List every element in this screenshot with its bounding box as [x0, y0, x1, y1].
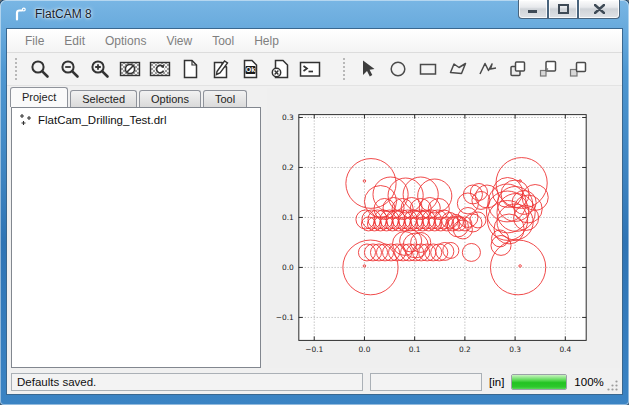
- y-tick-label: 0.0: [282, 263, 294, 272]
- menu-view[interactable]: View: [156, 31, 202, 51]
- rectangle-tool-button[interactable]: [413, 55, 443, 83]
- minimize-icon: [528, 5, 538, 14]
- svg-text:Ok: Ok: [246, 66, 255, 73]
- tab-project[interactable]: Project: [10, 87, 68, 107]
- tree-item-drill-file[interactable]: FlatCam_Drilling_Test.drl: [14, 113, 258, 126]
- flatcam-window: FlatCAM 8 File Edit Options View Tool He…: [0, 0, 629, 405]
- maximize-icon: [558, 4, 569, 14]
- copy-geometry-icon: [537, 58, 559, 80]
- y-tick-label: 0.3: [282, 113, 294, 122]
- file-new-icon: [179, 58, 201, 80]
- clear-plot-button[interactable]: [115, 55, 145, 83]
- units-indicator: [in]: [489, 376, 504, 388]
- pointer-select-button[interactable]: [353, 55, 383, 83]
- zoom-fit-button[interactable]: [25, 55, 55, 83]
- zoom-out-icon: [59, 58, 81, 80]
- file-edit-icon: [209, 58, 231, 80]
- progress-bar: [511, 374, 567, 390]
- zoom-in-icon: [89, 58, 111, 80]
- progress-fill: [512, 375, 566, 389]
- zoom-in-button[interactable]: [85, 55, 115, 83]
- zoom-fit-icon: [29, 58, 51, 80]
- plot-canvas[interactable]: −0.10.00.10.20.30.4−0.10.00.10.20.3: [267, 88, 620, 368]
- left-panel: Project Selected Options Tool FlatCam_Dr…: [7, 86, 265, 370]
- status-aux-field: [370, 373, 482, 391]
- progress-percent-label: 100%: [574, 376, 603, 388]
- y-tick-label: 0.1: [282, 213, 294, 222]
- maximize-button[interactable]: [548, 0, 578, 19]
- polygon-tool-button[interactable]: [443, 55, 473, 83]
- polyline-tool-icon: [477, 58, 499, 80]
- shell-icon: [299, 58, 321, 80]
- flatcam-logo-icon: [12, 6, 29, 23]
- copy-objects-icon: [507, 58, 529, 80]
- x-tick-label: 0.0: [359, 345, 371, 354]
- tab-tool[interactable]: Tool: [203, 90, 247, 107]
- file-new-button[interactable]: [175, 55, 205, 83]
- y-tick-label: 0.2: [282, 163, 294, 172]
- main-area: Project Selected Options Tool FlatCam_Dr…: [7, 86, 622, 370]
- toolbar-drag-handle[interactable]: [343, 58, 347, 80]
- zoom-out-button[interactable]: [55, 55, 85, 83]
- tab-selected[interactable]: Selected: [70, 90, 137, 107]
- tree-item-label: FlatCam_Drilling_Test.drl: [38, 114, 166, 126]
- menu-bar: File Edit Options View Tool Help: [7, 29, 622, 53]
- status-message: Defaults saved.: [11, 373, 363, 391]
- move-objects-icon: [567, 58, 589, 80]
- x-tick-label: 0.1: [409, 345, 421, 354]
- pointer-select-icon: [357, 58, 379, 80]
- file-ok-icon: Ok: [239, 58, 261, 80]
- close-icon: [594, 4, 605, 14]
- plot-panel: −0.10.00.10.20.30.4−0.10.00.10.20.3: [267, 88, 620, 368]
- toolbar-drag-handle[interactable]: [15, 58, 19, 80]
- menu-options[interactable]: Options: [95, 31, 156, 51]
- menu-edit[interactable]: Edit: [54, 31, 95, 51]
- titlebar[interactable]: FlatCAM 8: [6, 0, 623, 28]
- status-bar: Defaults saved. [in] 100%: [7, 370, 622, 394]
- replot-button[interactable]: [145, 55, 175, 83]
- tab-bar: Project Selected Options Tool: [7, 86, 265, 107]
- circle-tool-icon: [387, 58, 409, 80]
- polygon-tool-icon: [447, 58, 469, 80]
- toolbar: Ok: [7, 53, 622, 86]
- tab-options[interactable]: Options: [139, 90, 201, 107]
- polyline-tool-button[interactable]: [473, 55, 503, 83]
- replot-icon: [149, 58, 171, 80]
- close-button[interactable]: [578, 0, 620, 19]
- move-objects-button[interactable]: [563, 55, 593, 83]
- menu-tool[interactable]: Tool: [202, 31, 244, 51]
- project-tree: FlatCam_Drilling_Test.drl: [11, 107, 261, 368]
- minimize-button[interactable]: [518, 0, 548, 19]
- menu-help[interactable]: Help: [244, 31, 289, 51]
- clear-plot-icon: [119, 58, 141, 80]
- x-tick-label: 0.3: [509, 345, 521, 354]
- x-tick-label: 0.2: [459, 345, 471, 354]
- copy-objects-button[interactable]: [503, 55, 533, 83]
- resize-grip[interactable]: [607, 379, 619, 391]
- client-area: File Edit Options View Tool Help: [6, 28, 623, 395]
- copy-geometry-button[interactable]: [533, 55, 563, 83]
- menu-file[interactable]: File: [15, 31, 54, 51]
- file-edit-button[interactable]: [205, 55, 235, 83]
- file-ok-button[interactable]: Ok: [235, 55, 265, 83]
- file-delete-icon: [269, 58, 291, 80]
- circle-tool-button[interactable]: [383, 55, 413, 83]
- y-tick-label: −0.1: [276, 313, 294, 322]
- window-controls: [518, 0, 620, 19]
- x-tick-label: 0.4: [559, 345, 571, 354]
- file-delete-button[interactable]: [265, 55, 295, 83]
- shell-button[interactable]: [295, 55, 325, 83]
- window-title: FlatCAM 8: [35, 7, 92, 21]
- rectangle-tool-icon: [417, 58, 439, 80]
- drill-marks-icon: [19, 113, 32, 126]
- x-tick-label: −0.1: [305, 345, 323, 354]
